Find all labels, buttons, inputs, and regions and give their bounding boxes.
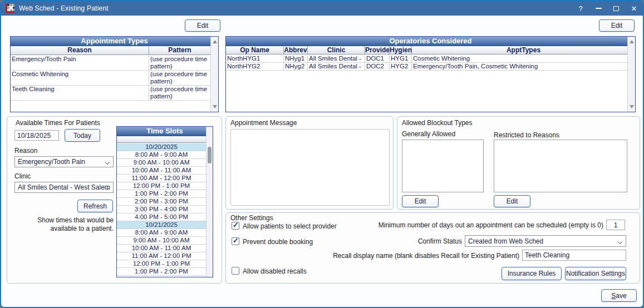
refresh-button[interactable]: Refresh [77,200,113,212]
allow-disabled-recalls-checkbox[interactable] [232,267,239,275]
edit-operatories-button[interactable]: Edit [599,19,635,32]
appointment-types-scrollbar[interactable] [210,37,218,112]
column-header-clinic: Clinic [308,46,365,54]
confirm-status-label: Confirm Status [337,237,462,245]
time-slot-row[interactable]: 1:00 PM - 2:00 PM [117,268,206,276]
time-slot-row[interactable]: 1:00 PM - 2:00 PM [117,190,206,198]
appointment-types-grid: Appointment Types Reason Pattern Emergen… [10,36,219,112]
available-times-label: Available Times For Patients [16,119,100,127]
appttypes-cell: Emergency/Tooth Pain, Cosmetic Whitening [412,63,627,70]
min-days-label: Minimum number of days out an appointmen… [337,221,603,229]
appointment-type-row[interactable]: Emergency/Tooth Pain (use procedure time… [11,56,210,71]
time-slot-row[interactable]: 12:00 PM - 1:00 PM [117,182,206,190]
edit-restricted-button[interactable]: Edit [494,195,530,207]
appointment-type-row[interactable]: Teeth Cleaning (use procedure time patte… [11,86,210,101]
allow-select-provider-label: Allow patients to select provider [243,222,337,230]
appointment-types-rows: Emergency/Tooth Pain (use procedure time… [11,56,210,112]
time-slot-row[interactable]: 3:00 PM - 4:00 PM [117,206,206,213]
scroll-down-icon[interactable] [628,103,635,111]
window-title: Web Sched - Existing Patient [19,4,109,12]
operatories-header: Op Name Abbrev Clinic Provider Hygienist… [226,46,635,54]
time-slot-row[interactable]: 8:00 AM - 9:00 AM [117,229,206,237]
clinic-label: Clinic [14,172,31,180]
scrollbar-thumb[interactable] [208,147,212,163]
time-slot-row[interactable]: 10/21/2025 [117,221,206,229]
generally-allowed-listbox[interactable] [402,140,484,192]
date-input[interactable]: 10/18/2025 [14,130,59,141]
generally-allowed-label: Generally Allowed [402,130,455,138]
confirm-status-select[interactable]: Created from Web Sched [465,235,626,247]
clinic-select[interactable]: All Smiles Dental - West Salem [14,182,114,193]
hygienist-cell: HYG2 [390,63,412,70]
minimize-icon[interactable] [589,1,607,16]
operatories-scrollbar[interactable] [627,37,635,112]
edit-generally-allowed-button[interactable]: Edit [402,195,439,207]
close-icon[interactable]: ✕ [625,1,643,16]
time-slot-row[interactable]: 4:00 PM - 5:00 PM [117,213,206,221]
reason-select[interactable]: Emergency/Tooth Pain [14,156,114,167]
column-header-pattern: Pattern [149,46,210,54]
reason-cell: Cosmetic Whitening [11,71,149,85]
time-slot-row[interactable]: 8:00 AM - 9:00 AM [117,151,206,159]
pattern-cell: (use procedure time pattern) [149,71,210,85]
time-slot-row[interactable]: 9:00 AM - 10:00 AM [117,159,206,167]
time-slot-row[interactable]: 9:00 AM - 10:00 AM [117,237,206,245]
maximize-icon[interactable] [607,1,625,16]
today-button[interactable]: Today [65,129,100,142]
abbrev-cell: NHyg2 [284,63,308,70]
web-sched-dialog: Web Sched - Existing Patient ? ✕ Edit Ed… [0,0,644,308]
operatory-row[interactable]: NorthHYG1 NHyg1 All Smiles Dental - West… [226,55,627,63]
column-header-hygienist: Hygienist [390,46,412,54]
prevent-double-booking-label: Prevent double booking [243,238,313,246]
notification-settings-button[interactable]: Notification Settings [565,267,626,280]
save-button[interactable]: Save [601,289,637,302]
clinic-cell: All Smiles Dental - West Sal [308,63,365,70]
time-slot-row[interactable]: 12:00 PM - 1:00 PM [117,260,206,268]
prevent-double-booking-checkbox[interactable] [232,237,239,245]
scroll-down-icon[interactable] [211,103,218,111]
column-header-reason: Reason [11,46,149,54]
time-slot-row[interactable]: 10:00 AM - 11:00 AM [117,245,206,252]
provider-cell: DOC1 [365,55,390,62]
appointment-message-group: Appointment Message [225,116,394,210]
time-slot-row[interactable]: 2:00 PM - 3:00 PM [117,198,206,206]
column-header-appttypes: ApptTypes [412,46,635,54]
time-slot-row[interactable]: 10/20/2025 [117,143,206,151]
restricted-to-reasons-listbox[interactable] [494,140,627,192]
reason-cell: Emergency/Tooth Pain [11,56,149,70]
abbrev-cell: NHyg1 [284,55,308,62]
appointment-message-input[interactable] [230,129,390,206]
edit-appointment-types-button[interactable]: Edit [185,19,220,32]
reason-label: Reason [14,147,37,155]
op-name-cell: NorthHYG1 [226,55,284,62]
insurance-rules-button[interactable]: Insurance Rules [502,267,562,280]
time-slot-row[interactable]: 11:00 AM - 12:00 PM [117,175,206,182]
operatories-rows: NorthHYG1 NHyg1 All Smiles Dental - West… [226,55,627,112]
clinic-value: All Smiles Dental - West Salem [18,183,110,191]
recall-display-name-input[interactable]: Teeth Cleaning [522,250,626,261]
time-slot-row[interactable]: 11:00 AM - 12:00 PM [117,252,206,260]
operatories-grid-title: Operatories Considered [226,37,635,46]
recall-display-name-label: Recall display name (blank disables Reca… [276,252,519,260]
column-header-provider: Provider [365,46,390,54]
reason-value: Emergency/Tooth Pain [18,158,85,166]
column-header-abbrev: Abbrev [284,46,308,54]
time-slots-scrollbar[interactable] [206,127,213,277]
time-slots-grid-title: Time Slots [117,127,213,136]
allow-select-provider-checkbox[interactable] [232,222,239,230]
scroll-up-icon[interactable] [628,38,635,46]
min-days-input[interactable]: 1 [606,220,625,230]
provider-cell: DOC2 [365,63,390,70]
time-slot-list: 10/20/20258:00 AM - 9:00 AM9:00 AM - 10:… [117,143,206,277]
blockout-types-label: Allowed Blockout Types [402,119,473,127]
clinic-cell: All Smiles Dental - West Sal [308,55,365,62]
confirm-status-value: Created from Web Sched [468,237,543,245]
time-slot-row[interactable]: 10:00 AM - 11:00 AM [117,167,206,175]
scroll-up-icon[interactable] [211,38,218,46]
appointment-type-row[interactable]: Cosmetic Whitening (use procedure time p… [11,71,210,86]
other-settings-group: Other Settings Allow patients to select … [225,212,640,284]
help-icon[interactable]: ? [572,1,589,16]
hygienist-cell: HYG1 [390,55,412,62]
column-header-op-name: Op Name [226,46,284,54]
operatory-row[interactable]: NorthHYG2 NHyg2 All Smiles Dental - West… [226,63,627,71]
